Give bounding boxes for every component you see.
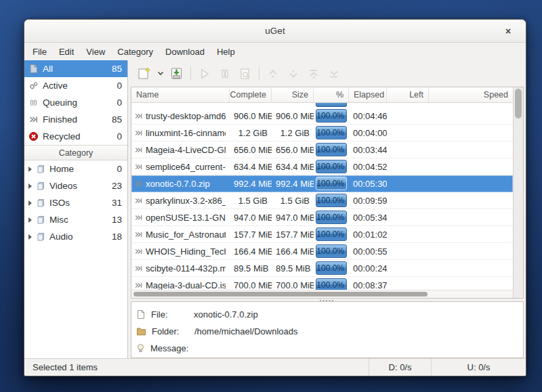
- menu-category[interactable]: Category: [111, 43, 159, 60]
- download-size: 157.7 MiB: [272, 230, 314, 240]
- folder-value: /home/michael/Downloads: [194, 326, 523, 336]
- move-up-button[interactable]: [264, 64, 283, 83]
- sidebar-item-count: 85: [112, 64, 122, 74]
- move-to-bottom-icon: [326, 66, 342, 82]
- sidebar-item-recycled[interactable]: Recycled 0: [24, 128, 127, 145]
- horizontal-scrollbar[interactable]: [131, 290, 513, 298]
- download-speed-status: D: 0/s: [369, 359, 431, 376]
- finished-skip-icon: [134, 247, 143, 256]
- category-header[interactable]: Category: [24, 145, 127, 160]
- table-row[interactable]: Mageia-4-LiveCD-GNOM 656.0 MiB 656.0 MiB…: [131, 141, 513, 158]
- sidebar-item-all[interactable]: All 85: [24, 60, 127, 77]
- category-folder-icon: [36, 232, 46, 242]
- finished-skip-icon: [134, 162, 143, 171]
- category-item[interactable]: Audio 18: [24, 228, 127, 245]
- message-label: Message:: [150, 343, 188, 353]
- sidebar-item-finished[interactable]: Finished 85: [24, 111, 127, 128]
- active-gears-icon: [28, 81, 39, 91]
- sidebar-empty-area: [24, 245, 127, 358]
- menu-file[interactable]: File: [26, 43, 53, 60]
- category-item[interactable]: ISOs 31: [24, 194, 127, 211]
- column-header-size[interactable]: Size: [272, 87, 314, 102]
- column-header-name[interactable]: Name: [131, 87, 230, 102]
- vertical-scrollbar-thumb[interactable]: [515, 89, 522, 118]
- move-down-button[interactable]: [284, 64, 303, 83]
- table-row[interactable]: WHOIS_Hiding_TechSN 166.4 MiB 166.4 MiB …: [131, 243, 513, 260]
- move-to-bottom-button[interactable]: [325, 64, 343, 83]
- table-row[interactable]: Music_for_Astronauts_0 157.7 MiB 157.7 M…: [131, 226, 513, 243]
- table-row[interactable]: openSUSE-13.1-GNOM 947.0 MiB 947.0 MiB 1…: [131, 209, 513, 226]
- new-download-button[interactable]: [135, 64, 154, 83]
- download-complete: 634.4 MiB: [230, 162, 272, 172]
- expander-icon[interactable]: [28, 200, 32, 206]
- finished-skip-icon: [134, 196, 143, 205]
- table-row[interactable]: scibyte-0114-432p.mp 89.5 MiB 89.5 MiB 1…: [131, 260, 513, 277]
- pause-button[interactable]: [215, 64, 234, 83]
- download-elapsed: 00:04:46: [349, 111, 387, 121]
- expander-icon[interactable]: [28, 217, 32, 223]
- horizontal-scrollbar-thumb[interactable]: [133, 292, 428, 297]
- new-download-menu-button[interactable]: [155, 64, 166, 83]
- category-item[interactable]: Videos 23: [24, 177, 127, 194]
- table-row[interactable]: xonotic-0.7.0.zip 992.4 MiB 992.4 MiB 10…: [131, 175, 513, 192]
- category-item[interactable]: Home 0: [24, 160, 127, 177]
- download-elapsed: 00:00:24: [349, 263, 387, 274]
- progress-percent: 100.0%: [316, 179, 344, 188]
- start-button[interactable]: [195, 64, 214, 83]
- folder-icon: [136, 327, 146, 336]
- download-name: linuxmint-16-cinnamon-: [146, 128, 226, 138]
- expander-icon[interactable]: [28, 234, 32, 240]
- menu-edit[interactable]: Edit: [53, 43, 80, 60]
- table-row[interactable]: sparkylinux-3.2-x86_64 1.5 GiB 1.5 GiB 1…: [131, 192, 513, 209]
- sidebar: All 85 Active 0 Queuing 0 Finished 85 Re…: [24, 60, 128, 358]
- batch-download-button[interactable]: [167, 64, 186, 83]
- category-label: Misc: [49, 215, 108, 225]
- download-size: 656.0 MiB: [272, 145, 314, 155]
- menu-help[interactable]: Help: [211, 43, 241, 60]
- expander-icon[interactable]: [28, 167, 32, 172]
- download-size: 166.4 MiB: [272, 246, 314, 257]
- sidebar-item-active[interactable]: Active 0: [24, 77, 127, 94]
- properties-button[interactable]: [236, 64, 255, 83]
- finished-skip-icon: [134, 264, 143, 273]
- download-complete: 89.5 MiB: [230, 263, 272, 274]
- table-row[interactable]: semplice64_current-6_ 634.4 MiB 634.4 Mi…: [131, 158, 513, 175]
- download-size: 1.2 GiB: [272, 128, 314, 138]
- download-complete: 947.0 MiB: [230, 213, 272, 223]
- download-name: Music_for_Astronauts_0: [146, 230, 226, 240]
- menu-view[interactable]: View: [80, 43, 111, 60]
- close-icon[interactable]: ×: [501, 24, 515, 38]
- category-tree: Home 0 Videos 23 ISOs 31: [24, 160, 127, 245]
- finished-skip-icon: [134, 230, 143, 239]
- table-row[interactable]: Mageia-3-dual-CD.iso 700.0 MiB 700.0 MiB…: [131, 277, 513, 290]
- move-up-icon: [265, 66, 281, 82]
- vertical-scrollbar[interactable]: [513, 87, 523, 298]
- column-header-elapsed[interactable]: Elapsed: [349, 87, 387, 102]
- column-header-left[interactable]: Left: [387, 87, 429, 102]
- sidebar-item-label: Finished: [43, 114, 108, 125]
- sidebar-item-queuing[interactable]: Queuing 0: [24, 94, 127, 111]
- progress-bar: 100.0%: [316, 244, 347, 258]
- progress-bar: 100.0%: [316, 109, 347, 123]
- column-header-speed[interactable]: Speed: [429, 87, 513, 102]
- batch-download-icon: [169, 66, 185, 82]
- titlebar[interactable]: uGet ×: [24, 20, 526, 43]
- download-name: openSUSE-13.1-GNOM: [146, 213, 226, 223]
- progress-bar: 100.0%: [316, 143, 347, 156]
- category-folder-icon: [36, 181, 46, 191]
- download-size: 700.0 MiB: [272, 280, 314, 290]
- expander-icon[interactable]: [28, 183, 32, 189]
- download-size: 947.0 MiB: [272, 213, 314, 223]
- move-to-top-button[interactable]: [304, 64, 323, 83]
- menu-download[interactable]: Download: [159, 43, 211, 60]
- column-header-complete[interactable]: Complete: [230, 87, 272, 102]
- column-header-percent[interactable]: %: [314, 87, 349, 102]
- table-row[interactable]: linuxmint-16-cinnamon- 1.2 GiB 1.2 GiB 1…: [131, 125, 513, 141]
- download-elapsed: 00:08:37: [349, 280, 387, 290]
- sidebar-item-count: 0: [117, 81, 122, 91]
- table-row[interactable]: trusty-desktop-amd64. 906.0 MiB 906.0 Mi…: [131, 108, 513, 125]
- download-elapsed: 00:04:52: [349, 162, 387, 172]
- category-item[interactable]: Misc 13: [24, 211, 127, 228]
- progress-bar: 100.0%: [316, 261, 347, 275]
- finished-skip-icon: [28, 114, 39, 125]
